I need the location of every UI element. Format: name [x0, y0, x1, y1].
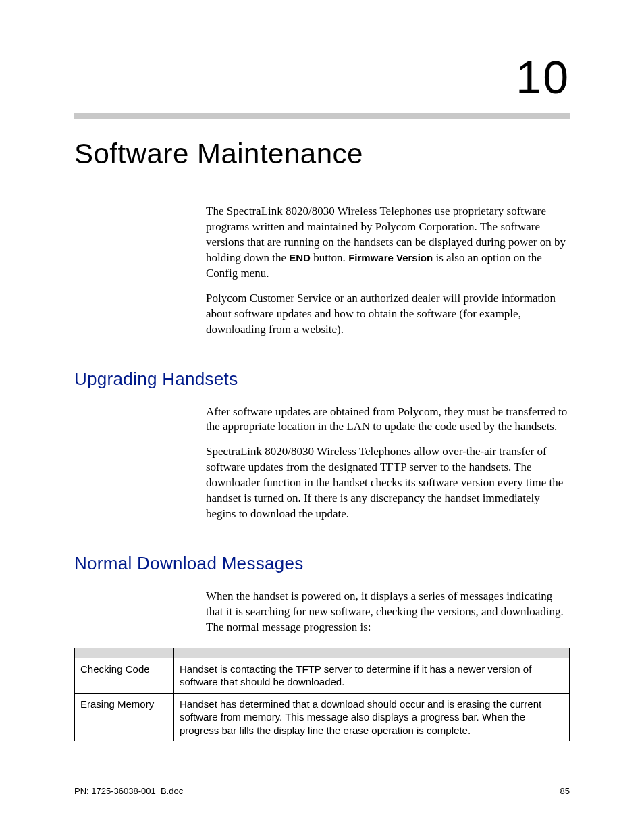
table-cell-desc: Handset is contacting the TFTP server to… — [174, 658, 570, 693]
end-bold: END — [289, 252, 311, 263]
download-block: When the handset is powered on, it displ… — [206, 589, 570, 635]
download-paragraph-1: When the handset is powered on, it displ… — [206, 589, 570, 635]
firmware-version-bold: Firmware Version — [348, 252, 433, 263]
section-heading-download: Normal Download Messages — [74, 553, 570, 574]
table-row: Checking Code Handset is contacting the … — [75, 658, 570, 693]
chapter-number: 10 — [74, 54, 570, 100]
section-heading-upgrading: Upgrading Handsets — [74, 369, 570, 390]
table-header-row — [75, 648, 570, 658]
upgrading-paragraph-1: After software updates are obtained from… — [206, 405, 570, 436]
intro-block: The SpectraLink 8020/8030 Wireless Telep… — [206, 204, 570, 338]
table-cell-desc: Handset has determined that a download s… — [174, 693, 570, 741]
footer-doc-id: PN: 1725-36038-001_B.doc — [74, 786, 183, 796]
text-run: button. — [311, 251, 348, 264]
table-header-cell — [174, 648, 570, 658]
intro-paragraph-1: The SpectraLink 8020/8030 Wireless Telep… — [206, 204, 570, 282]
horizontal-rule — [74, 113, 570, 119]
intro-paragraph-2: Polycom Customer Service or an authorize… — [206, 291, 570, 338]
table-header-cell — [75, 648, 174, 658]
table-cell-label: Erasing Memory — [75, 693, 174, 741]
footer-page-number: 85 — [560, 786, 570, 796]
upgrading-paragraph-2: SpectraLink 8020/8030 Wireless Telephone… — [206, 444, 570, 522]
download-messages-table: Checking Code Handset is contacting the … — [74, 648, 570, 742]
page-footer: PN: 1725-36038-001_B.doc 85 — [74, 786, 570, 796]
table-cell-label: Checking Code — [75, 658, 174, 693]
upgrading-block: After software updates are obtained from… — [206, 405, 570, 523]
chapter-title: Software Maintenance — [74, 138, 570, 170]
table-row: Erasing Memory Handset has determined th… — [75, 693, 570, 741]
